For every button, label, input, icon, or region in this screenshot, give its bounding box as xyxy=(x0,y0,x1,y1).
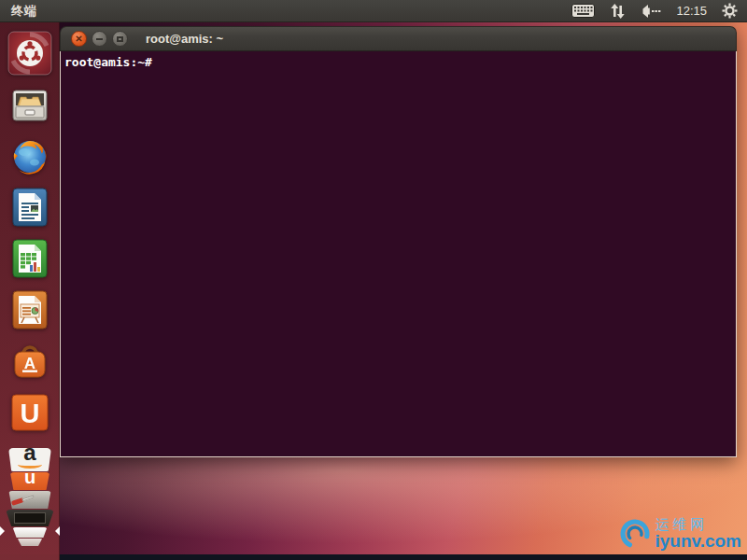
launcher-item-software-center[interactable]: A xyxy=(7,339,52,384)
unity-launcher: A U a u xyxy=(0,22,60,560)
maximize-button[interactable] xyxy=(112,31,128,47)
calc-icon xyxy=(7,236,52,281)
watermark-site-url: iyunv.com xyxy=(655,532,741,551)
file-cabinet-icon xyxy=(7,82,52,127)
writer-icon xyxy=(7,185,52,230)
watermark-site-name: 运维网 xyxy=(655,517,708,532)
display-screen-icon xyxy=(14,512,46,524)
launcher-item-firefox[interactable] xyxy=(7,133,52,178)
screwdriver-icon xyxy=(11,494,35,506)
launcher-item-dash-home[interactable] xyxy=(7,31,52,76)
ubuntu-one-letter: U xyxy=(21,399,40,428)
minimize-button[interactable] xyxy=(92,31,107,47)
terminal-titlebar[interactable]: ✕ root@amis: ~ xyxy=(60,26,737,51)
dash-home-icon xyxy=(7,31,52,76)
running-pip-arrow xyxy=(0,526,5,536)
desktop-wallpaper: 终端 xyxy=(0,0,747,560)
close-button[interactable]: ✕ xyxy=(71,31,87,47)
launcher-item-displays[interactable] xyxy=(6,510,54,526)
active-app-title[interactable]: 终端 xyxy=(11,3,37,20)
launcher-item-system-settings[interactable] xyxy=(7,491,52,509)
music-letter: u xyxy=(9,472,50,488)
software-center-bag-icon: A xyxy=(7,339,52,384)
session-gear-icon[interactable] xyxy=(722,3,738,19)
launcher-item-ubuntu-one[interactable]: U xyxy=(7,390,52,435)
minimize-icon xyxy=(96,38,103,40)
bottom-edge-strip xyxy=(0,554,747,560)
terminal-prompt: root@amis:~# xyxy=(64,55,152,69)
impress-icon xyxy=(7,287,52,332)
focused-arrow xyxy=(55,526,60,536)
launcher-item-ubuntu-one-music[interactable]: u xyxy=(9,472,50,490)
window-title: root@amis: ~ xyxy=(146,32,223,46)
system-tray: 12:15 xyxy=(571,3,738,19)
top-menu-bar: 终端 xyxy=(0,0,747,22)
launcher-item-libreoffice-impress[interactable] xyxy=(7,287,52,332)
terminal-body[interactable]: root@amis:~# xyxy=(60,51,737,457)
site-watermark: 运维网 iyunv.com xyxy=(617,515,741,553)
launcher-item-libreoffice-calc[interactable] xyxy=(7,236,52,281)
keyboard-indicator-icon[interactable] xyxy=(571,4,595,18)
launcher-item-amazon[interactable]: a xyxy=(8,448,51,471)
maximize-icon xyxy=(117,36,123,42)
terminal-window[interactable]: ✕ root@amis: ~ root@amis:~# xyxy=(60,26,737,457)
launcher-fold: a u xyxy=(0,447,60,546)
launcher-item-libreoffice-writer[interactable] xyxy=(7,185,52,230)
launcher-item-files[interactable] xyxy=(7,82,52,127)
amazon-smile-icon xyxy=(18,464,42,469)
launcher-item-folded-1[interactable] xyxy=(11,527,49,538)
network-updown-arrows-icon[interactable] xyxy=(610,4,626,19)
launcher-item-folded-2[interactable] xyxy=(16,539,44,546)
software-center-letter: A xyxy=(24,355,35,372)
ubuntu-one-icon: U xyxy=(7,390,52,435)
firefox-icon xyxy=(7,133,52,178)
iyunv-logo-icon xyxy=(617,515,651,553)
volume-icon[interactable] xyxy=(641,5,661,18)
clock[interactable]: 12:15 xyxy=(676,4,707,18)
